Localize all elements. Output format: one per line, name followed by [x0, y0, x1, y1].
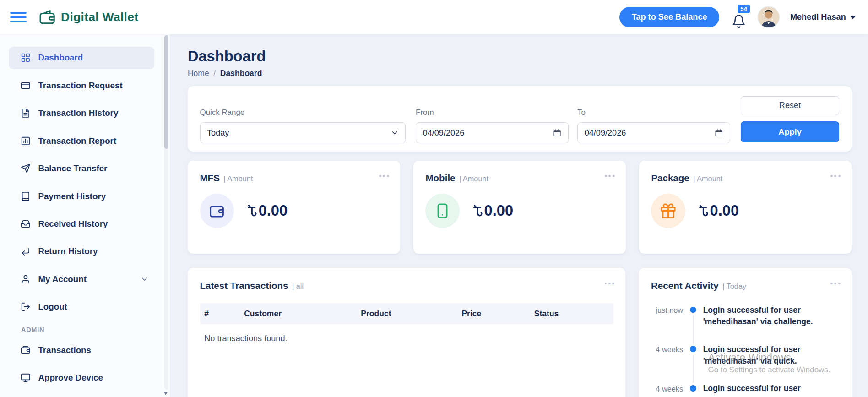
stat-amount-value: 0.00: [710, 202, 739, 219]
breadcrumb-home-link[interactable]: Home: [188, 69, 209, 78]
stat-card-package: Package | Amount 0.00: [639, 161, 852, 254]
stat-subtitle: | Amount: [223, 174, 253, 183]
stat-amount: 0.00: [699, 202, 739, 219]
column-header: #: [200, 309, 240, 319]
chevron-down-icon: [850, 16, 856, 19]
sidebar-item-dashboard[interactable]: Dashboard: [9, 47, 154, 70]
quick-range-select[interactable]: Today: [200, 122, 406, 143]
sidebar-item-transaction-report[interactable]: Transaction Report: [9, 130, 154, 152]
activity-item: 4 weeks Login successful for user 'mehed…: [651, 344, 839, 383]
breadcrumb: Home / Dashboard: [188, 69, 852, 78]
sidebar-item-transaction-request[interactable]: Transaction Request: [9, 74, 154, 97]
timeline-connector: [693, 355, 694, 383]
header-actions: Tap to See Balance 54: [619, 5, 856, 29]
send-icon: [21, 163, 31, 174]
stat-title: Mobile: [425, 173, 455, 184]
apply-button[interactable]: Apply: [741, 121, 839, 142]
sidebar: Dashboard Transaction Request Transactio…: [0, 34, 170, 397]
timeline-connector: [693, 315, 694, 344]
more-options-icon[interactable]: [379, 175, 389, 177]
brand-name: Digital Wallet: [61, 10, 138, 24]
activity-time: just now: [651, 305, 683, 344]
breadcrumb-current: Dashboard: [220, 69, 262, 78]
user-name: Mehedi Hasan: [790, 12, 846, 22]
chevron-down-icon: [140, 275, 149, 283]
book-icon: [21, 191, 31, 201]
see-balance-button[interactable]: Tap to See Balance: [619, 7, 719, 28]
wallet-icon: [200, 194, 234, 228]
table-header: # Customer Product Price Status: [200, 303, 613, 324]
gift-icon: [651, 194, 685, 228]
quick-range-value: Today: [207, 128, 229, 138]
app-header: Digital Wallet Tap to See Balance 54: [0, 0, 868, 34]
panel-title: Latest Transactions: [200, 280, 288, 291]
stat-subtitle: | Amount: [693, 174, 722, 183]
from-date-field: From 04/09/2026: [416, 108, 569, 143]
more-options-icon[interactable]: [830, 175, 841, 177]
to-date-input[interactable]: 04/09/2026: [577, 122, 730, 143]
sidebar-section-admin: ADMIN: [21, 326, 170, 333]
sidebar-item-transactions[interactable]: Transactions: [9, 339, 154, 362]
sidebar-item-logout[interactable]: Logout: [9, 296, 154, 319]
to-date-value: 04/09/2026: [585, 128, 626, 138]
main-content: Dashboard Home / Dashboard Quick Range T…: [170, 34, 868, 397]
from-date-input[interactable]: 04/09/2026: [416, 122, 569, 143]
scroll-down-arrow-icon[interactable]: [164, 392, 168, 395]
stat-card-mfs: MFS | Amount 0.00: [188, 161, 400, 254]
stat-title: MFS: [200, 173, 220, 184]
user-menu[interactable]: Mehedi Hasan: [790, 12, 856, 22]
bottom-row: Latest Transactions | all # Customer Pro…: [188, 268, 852, 397]
empty-table-message: No transactions found.: [200, 334, 613, 343]
wallet-logo-icon: [39, 9, 55, 25]
stat-amount-value: 0.00: [484, 202, 514, 219]
sidebar-item-received-history[interactable]: Received History: [9, 212, 154, 235]
filter-card: Quick Range Today From 04/09/2026: [188, 86, 852, 152]
panel-subtitle: | Today: [722, 282, 746, 291]
timeline-dot-icon: [690, 385, 696, 391]
user-avatar[interactable]: [758, 7, 779, 28]
recent-activity-panel: Recent Activity | Today just now Login s…: [639, 268, 851, 397]
page-title: Dashboard: [188, 48, 852, 65]
brand-logo[interactable]: Digital Wallet: [39, 9, 139, 25]
activity-item: just now Login successful for user 'mehe…: [651, 305, 839, 344]
app-root: Digital Wallet Tap to See Balance 54: [0, 0, 868, 397]
stat-amount: 0.00: [473, 202, 513, 219]
sidebar-scrollbar-track: [164, 35, 168, 390]
latest-transactions-panel: Latest Transactions | all # Customer Pro…: [188, 268, 626, 397]
timeline-dot-icon: [690, 346, 696, 352]
sidebar-item-balance-transfer[interactable]: Balance Transfer: [9, 157, 154, 180]
monitor-icon: [21, 373, 31, 383]
panel-subtitle: | all: [292, 282, 304, 291]
more-options-icon[interactable]: [605, 175, 615, 177]
stat-amount-value: 0.00: [259, 202, 288, 219]
stat-title: Package: [651, 173, 689, 184]
sidebar-item-my-account[interactable]: My Account: [9, 268, 154, 291]
from-label: From: [416, 108, 569, 117]
wallet-icon: [21, 345, 31, 355]
activity-text: Login successful for user 'mehedihasan' …: [703, 305, 840, 344]
more-options-icon[interactable]: [830, 283, 841, 285]
reset-button[interactable]: Reset: [741, 96, 839, 115]
column-header: Customer: [240, 309, 357, 319]
hamburger-menu-icon[interactable]: [10, 12, 27, 22]
taka-currency-icon: [699, 203, 709, 218]
sidebar-scrollbar-thumb[interactable]: [164, 35, 168, 149]
sidebar-item-approve-device[interactable]: Approve Device: [9, 367, 154, 390]
calendar-icon: [715, 129, 723, 137]
stat-card-mobile: Mobile | Amount 0.00: [413, 161, 626, 254]
notifications-button[interactable]: 54: [730, 5, 747, 29]
column-header: Price: [457, 309, 530, 319]
filter-actions: Reset Apply: [741, 96, 839, 143]
layout: Dashboard Transaction Request Transactio…: [0, 34, 868, 397]
user-icon: [21, 274, 31, 284]
timeline-dot-icon: [690, 307, 696, 313]
sidebar-item-return-history[interactable]: Return History: [9, 240, 154, 263]
sidebar-item-payment-history[interactable]: Payment History: [9, 185, 154, 208]
activity-time: 4 weeks: [651, 344, 683, 383]
column-header: Status: [530, 309, 613, 319]
to-date-field: To 04/09/2026: [577, 108, 730, 143]
more-options-icon[interactable]: [605, 283, 615, 285]
sidebar-item-transaction-history[interactable]: Transaction History: [9, 102, 154, 125]
to-label: To: [577, 108, 730, 117]
breadcrumb-separator: /: [213, 69, 216, 78]
